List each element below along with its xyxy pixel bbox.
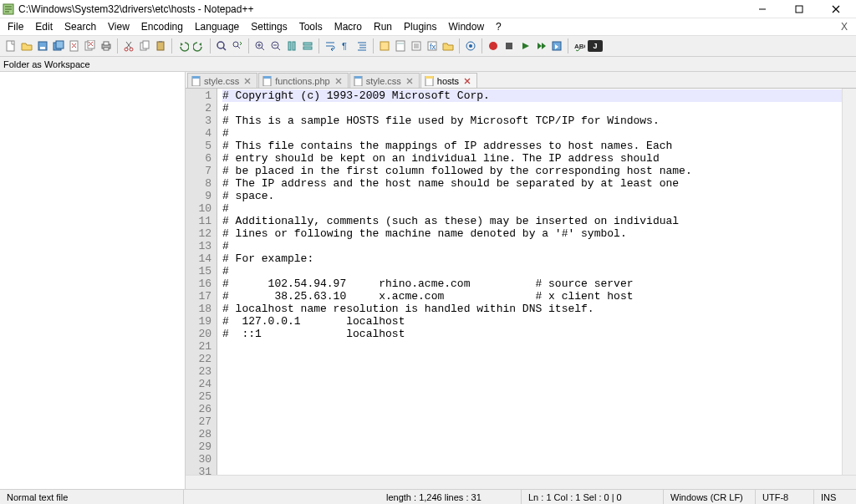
tab-close-icon[interactable] (243, 77, 252, 85)
svg-rect-24 (293, 42, 295, 50)
indent-guide-icon[interactable] (354, 38, 369, 53)
close-icon[interactable] (67, 38, 82, 53)
menu-encoding[interactable]: Encoding (135, 19, 189, 34)
doc-map-icon[interactable] (393, 38, 408, 53)
sync-h-icon[interactable] (300, 38, 315, 53)
title-bar: C:\Windows\System32\drivers\etc\hosts - … (0, 0, 856, 18)
file-icon (191, 76, 201, 86)
tab-label: style.css (204, 76, 239, 86)
code-line (222, 453, 842, 466)
tab-style-css[interactable]: style.css (187, 73, 257, 88)
svg-rect-18 (159, 41, 162, 43)
tab-close-icon[interactable] (463, 77, 471, 85)
stop-macro-icon[interactable] (502, 38, 517, 53)
code-line: # Copyright (c) 1993-2009 Microsoft Corp… (222, 89, 842, 102)
tab-label: hosts (437, 76, 459, 86)
window-title: C:\Windows\System32\drivers\etc\hosts - … (18, 3, 744, 15)
sync-v-icon[interactable] (284, 38, 299, 53)
svg-rect-29 (396, 41, 405, 51)
tab-close-icon[interactable] (405, 77, 414, 85)
lang-udl-icon[interactable] (377, 38, 392, 53)
word-wrap-icon[interactable] (323, 38, 338, 53)
menu-edit[interactable]: Edit (29, 19, 59, 34)
save-all-icon[interactable] (51, 38, 66, 53)
tab-close-icon[interactable] (334, 77, 343, 85)
cut-icon[interactable] (121, 38, 136, 53)
status-eol: Windows (CR LF) (664, 490, 756, 504)
tab-style-css[interactable]: style.css (349, 73, 420, 88)
status-length: length : 1,246 lines : 31 (380, 490, 522, 504)
file-icon (262, 76, 273, 86)
maximize-button[interactable] (781, 0, 818, 18)
code-line: # localhost name resolution is handled w… (222, 303, 842, 315)
code-line: # 102.54.94.97 rhino.acme.com # source s… (222, 277, 842, 290)
tab-hosts[interactable]: hosts (420, 73, 477, 88)
editor-area: style.cssfunctions.phpstyle.csshosts 123… (186, 72, 856, 489)
code-line (222, 403, 842, 415)
code-line (222, 466, 842, 475)
paste-icon[interactable] (153, 38, 168, 53)
func-list-icon[interactable]: fx (425, 38, 440, 53)
menu-window[interactable]: Window (442, 19, 490, 34)
mdi-close-x[interactable]: X (834, 21, 854, 33)
window-close-button[interactable] (818, 0, 854, 18)
new-file-icon[interactable] (3, 38, 18, 53)
svg-rect-16 (143, 41, 149, 48)
menu-file[interactable]: File (2, 19, 29, 34)
code-line: # (222, 102, 842, 115)
svg-rect-37 (506, 43, 512, 49)
dark-mode-badge[interactable]: J (588, 40, 603, 52)
menu-bar: File Edit Search View Encoding Language … (0, 18, 856, 35)
svg-rect-45 (354, 76, 362, 79)
menu-help[interactable]: ? (490, 19, 507, 34)
svg-point-36 (489, 42, 497, 50)
menu-tools[interactable]: Tools (293, 19, 329, 34)
svg-rect-41 (192, 76, 200, 79)
folder-workspace-panel[interactable] (0, 72, 186, 489)
redo-icon[interactable] (191, 38, 206, 53)
code-line (222, 365, 842, 378)
vertical-scrollbar[interactable] (842, 89, 856, 475)
main-area: style.cssfunctions.phpstyle.csshosts 123… (0, 72, 856, 489)
save-macro-icon[interactable] (549, 38, 564, 53)
menu-run[interactable]: Run (368, 19, 398, 34)
monitoring-icon[interactable] (463, 38, 478, 53)
svg-point-19 (217, 42, 224, 48)
play-macro-icon[interactable] (517, 38, 532, 53)
replace-icon[interactable] (230, 38, 245, 53)
status-file-type: Normal text file (0, 490, 184, 504)
zoom-in-icon[interactable] (252, 38, 268, 53)
undo-icon[interactable] (176, 38, 191, 53)
svg-text:¶: ¶ (342, 41, 347, 51)
menu-language[interactable]: Language (189, 19, 245, 34)
tab-functions-php[interactable]: functions.php (258, 73, 348, 88)
code-area[interactable]: # Copyright (c) 1993-2009 Microsoft Corp… (217, 89, 842, 475)
menu-macro[interactable]: Macro (329, 19, 368, 34)
menu-search[interactable]: Search (59, 19, 102, 34)
menu-view[interactable]: View (102, 19, 135, 34)
copy-icon[interactable] (137, 38, 152, 53)
menu-plugins[interactable]: Plugins (398, 19, 442, 34)
play-multi-icon[interactable] (533, 38, 548, 53)
close-all-icon[interactable] (83, 38, 98, 53)
line-number-gutter: 1234567891011121314151617181920212223242… (186, 89, 217, 475)
tab-label: style.css (366, 76, 401, 86)
horizontal-scrollbar[interactable] (186, 475, 856, 489)
code-line: # Additionally, comments (such as these)… (222, 215, 842, 227)
code-line: # The IP address and the host name shoul… (222, 177, 842, 190)
save-icon[interactable] (35, 38, 50, 53)
zoom-out-icon[interactable] (268, 38, 283, 53)
find-icon[interactable] (214, 38, 229, 53)
code-line: # 38.25.63.10 x.acme.com # x client host (222, 290, 842, 303)
show-all-chars-icon[interactable]: ¶ (339, 38, 354, 53)
folder-ws-icon[interactable] (441, 38, 456, 53)
minimize-button[interactable] (744, 0, 781, 18)
open-file-icon[interactable] (19, 38, 34, 53)
record-macro-icon[interactable] (486, 38, 501, 53)
print-icon[interactable] (99, 38, 114, 53)
code-line: # This file contains the mappings of IP … (222, 140, 842, 152)
spellcheck-icon[interactable]: ABC (572, 38, 587, 53)
menu-settings[interactable]: Settings (245, 19, 293, 34)
svg-rect-17 (157, 42, 164, 50)
doc-list-icon[interactable] (409, 38, 424, 53)
